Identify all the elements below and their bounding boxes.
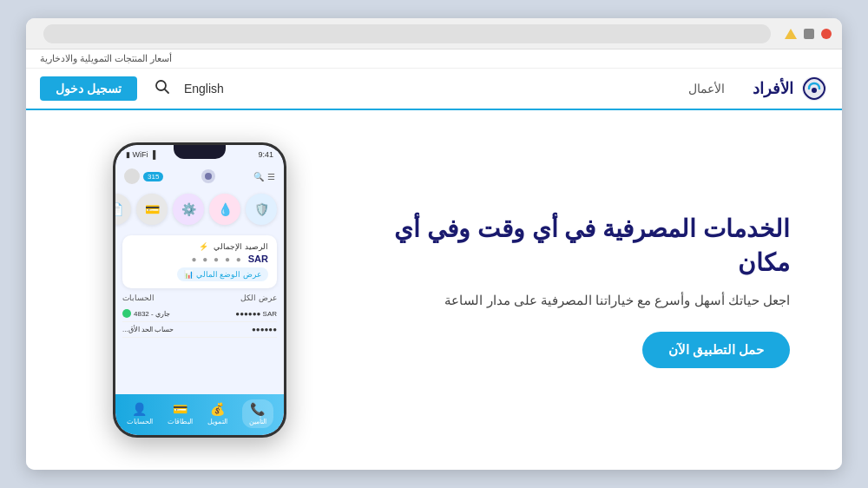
phone-quick-icons: 🛡️ 💧 ⚙️ 💳 📄: [115, 188, 284, 230]
account1-amount: SAR ●●●●●●: [235, 310, 277, 318]
top-info-text: أسعار المنتجات التمويلية والادخارية: [40, 53, 172, 63]
phone-icon-3: ⚙️: [173, 194, 204, 225]
cards-tab-icon: 💳: [173, 402, 187, 416]
phone-avatar: [124, 168, 140, 184]
hero-section: الخدمات المصرفية في أي وقت وفي أي مكان ا…: [26, 110, 842, 470]
phone-top-section: ☰ 🔍 315: [115, 164, 284, 188]
phone-menu-icon: ☰: [267, 172, 275, 181]
phone-notification-badge: 315: [143, 172, 163, 181]
phone-notch: [174, 145, 226, 159]
svg-point-1: [812, 88, 817, 93]
phone-balance-amount-row: SAR ● ● ● ● ●: [131, 254, 268, 264]
phone-mockup: 9:41 ▐ WiFi ▮ ☰ 🔍: [113, 142, 286, 438]
phone-screen: 9:41 ▐ WiFi ▮ ☰ 🔍: [115, 145, 284, 435]
nav-secondary-link[interactable]: الأعمال: [688, 82, 725, 96]
account2-name: حساب الحد الأق...: [122, 326, 174, 333]
top-info-bar: أسعار المنتجات التمويلية والادخارية: [26, 49, 842, 69]
phone-tab-cards[interactable]: 💳 البطاقات: [168, 402, 193, 425]
financing-tab-icon: 💰: [210, 402, 225, 416]
hero-title: الخدمات المصرفية في أي وقت وفي أي مكان: [339, 212, 790, 280]
phone-icon-2: 💧: [209, 194, 240, 225]
phone-container: 9:41 ▐ WiFi ▮ ☰ 🔍: [61, 142, 339, 438]
phone-account-row-2: ●●●●●● حساب الحد الأق...: [122, 322, 277, 338]
login-button[interactable]: تسجيل دخول: [40, 76, 137, 101]
language-toggle[interactable]: English: [184, 82, 224, 96]
cards-tab-label: البطاقات: [168, 418, 193, 425]
site-wrapper: أسعار المنتجات التمويلية والادخارية الأف…: [26, 49, 842, 470]
phone-accounts-header: عرض الكل الحسابات: [122, 293, 277, 302]
svg-line-3: [165, 89, 168, 93]
window-expand-dot[interactable]: [785, 29, 797, 39]
main-nav: الأفراد الأعمال English تسجيل دخول: [26, 69, 842, 110]
accounts-header-right: الحسابات: [122, 293, 155, 302]
svg-point-5: [205, 173, 212, 180]
phone-icon-1: 🛡️: [246, 194, 277, 225]
phone-balance-card: الرصيد الإجمالي ⚡ SAR ● ● ● ● ● عرض الوض…: [122, 235, 277, 288]
window-min-dot[interactable]: [804, 29, 814, 39]
nav-brand-label[interactable]: الأفراد: [753, 79, 793, 98]
balance-stars: ● ● ● ● ●: [191, 254, 242, 264]
chart-icon: 📊: [184, 270, 194, 279]
phone-tab-accounts[interactable]: 👤 الحسابات: [127, 402, 153, 425]
phone-balance-row: الرصيد الإجمالي ⚡: [131, 242, 268, 251]
balance-label: الرصيد الإجمالي: [214, 242, 268, 251]
hero-text-block: الخدمات المصرفية في أي وقت وفي أي مكان ا…: [339, 212, 807, 368]
phone-brand-logo: [200, 168, 217, 185]
phone-search-icon: 🔍: [253, 172, 264, 181]
window-close-dot[interactable]: [821, 29, 832, 39]
cta-button[interactable]: حمل التطبيق الآن: [642, 332, 790, 368]
accounts-tab-label: الحسابات: [127, 418, 153, 425]
financing-tab-label: التمويل: [207, 418, 227, 425]
phone-bottom-tabs: 📞 التأمين 💰 التمويل 💳 البطاقات: [115, 394, 284, 435]
balance-currency: SAR: [248, 254, 268, 264]
address-bar[interactable]: [43, 24, 771, 43]
phone-view-status-btn[interactable]: عرض الوضع المالي 📊: [177, 267, 268, 281]
phone-icon-4: 💳: [136, 194, 168, 225]
browser-chrome: [26, 18, 842, 49]
search-icon[interactable]: [155, 79, 170, 98]
phone-signal-icons: ▐ WiFi ▮: [126, 150, 155, 159]
account1-status-dot: [122, 309, 131, 318]
phone-tab-insurance[interactable]: 📞 التأمين: [242, 399, 273, 428]
phone-icon-5: 📄: [115, 194, 131, 225]
hero-subtitle: اجعل حياتك أسهل وأسرع مع خياراتنا المصرف…: [339, 290, 790, 311]
brand-logo-icon: [800, 75, 828, 102]
accounts-tab-icon: 👤: [132, 402, 147, 416]
browser-window: أسعار المنتجات التمويلية والادخارية الأف…: [26, 18, 842, 470]
account1-name: جاري - 4832: [134, 310, 170, 318]
phone-account-row-1: SAR ●●●●●● جاري - 4832: [122, 306, 277, 322]
account2-amount: ●●●●●●: [252, 326, 277, 333]
insurance-tab-icon: 📞: [250, 402, 265, 416]
insurance-tab-label: التأمين: [249, 418, 266, 425]
phone-tab-financing[interactable]: 💰 التمويل: [207, 402, 227, 425]
nav-logo: الأفراد: [753, 75, 828, 102]
phone-time: 9:41: [258, 150, 273, 159]
accounts-header-left: عرض الكل: [240, 293, 277, 302]
view-status-label: عرض الوضع المالي: [196, 270, 261, 279]
phone-accounts-section: عرض الكل الحسابات SAR ●●●●●● جاري - 4832: [115, 293, 284, 338]
